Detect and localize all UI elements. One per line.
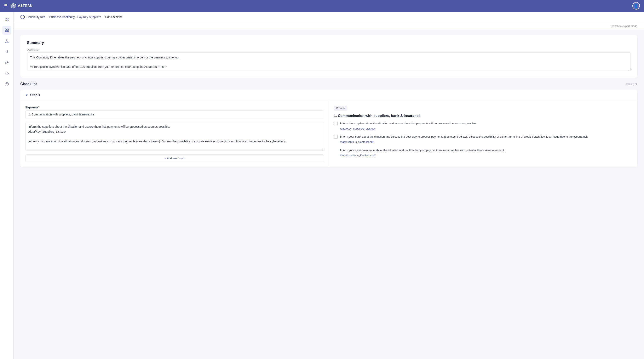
preview-badge: Preview bbox=[334, 106, 348, 110]
step-1-preview: Preview 1. Communication with suppliers,… bbox=[329, 101, 638, 167]
step-1-container: ▼ Step 1 Step name* Inform the suppliers… bbox=[20, 90, 637, 167]
breadcrumb-pay-key-suppliers[interactable]: Business Continuity - Pay Key Suppliers bbox=[49, 15, 101, 19]
svg-rect-8 bbox=[7, 29, 8, 30]
logo-icon bbox=[10, 3, 16, 9]
step-content-textarea[interactable]: Inform the suppliers about the situation… bbox=[25, 122, 324, 151]
svg-rect-5 bbox=[5, 20, 6, 21]
page-content: Summary Description This Continuity Kit … bbox=[14, 30, 644, 172]
preview-item-2-content: Inform your bank about the situation and… bbox=[340, 134, 632, 144]
step-1-body: Step name* Inform the suppliers about th… bbox=[20, 101, 637, 167]
summary-section: Summary Description This Continuity Kit … bbox=[20, 35, 637, 78]
breadcrumb-sep-1: › bbox=[46, 15, 48, 18]
breadcrumb: Continuity Kits › Business Continuity - … bbox=[14, 12, 644, 22]
svg-rect-11 bbox=[5, 32, 6, 32]
avatar-icon: 👤 bbox=[634, 4, 638, 8]
sidebar-item-plugin[interactable] bbox=[2, 58, 12, 67]
preview-item-1: Inform the suppliers about the situation… bbox=[334, 121, 632, 131]
step-name-input[interactable] bbox=[25, 110, 324, 118]
step-name-label: Step name* bbox=[25, 106, 324, 109]
sidebar-item-kits[interactable] bbox=[2, 26, 12, 35]
sidebar-item-settings[interactable] bbox=[2, 15, 12, 24]
sidebar-item-code[interactable] bbox=[2, 69, 12, 78]
sidebar-item-fingerprint[interactable] bbox=[2, 47, 12, 56]
svg-rect-10 bbox=[7, 31, 8, 31]
step-1-chevron: ▼ bbox=[25, 94, 28, 97]
preview-item-3-link[interactable]: /data/Insurance_Contacts.pdf bbox=[340, 153, 632, 158]
step-1-label: Step 1 bbox=[30, 93, 40, 97]
preview-item-3-text: Inform your cyber insurance about the si… bbox=[340, 148, 505, 152]
svg-rect-12 bbox=[7, 32, 8, 32]
breadcrumb-sep-2: › bbox=[103, 15, 104, 18]
breadcrumb-continuity-kits[interactable]: Continuity Kits bbox=[26, 15, 45, 19]
sidebar-item-network[interactable] bbox=[2, 36, 12, 46]
main-content: Continuity Kits › Business Continuity - … bbox=[14, 12, 644, 359]
preview-item-3: Inform your cyber insurance about the si… bbox=[334, 148, 632, 158]
svg-rect-7 bbox=[5, 29, 6, 30]
preview-checkbox-1[interactable] bbox=[334, 122, 338, 126]
reduce-all-button[interactable]: reduce all bbox=[626, 82, 637, 86]
user-avatar[interactable]: 👤 bbox=[632, 2, 640, 10]
preview-checkbox-2[interactable] bbox=[334, 135, 338, 139]
svg-rect-3 bbox=[5, 18, 6, 19]
svg-rect-6 bbox=[7, 20, 8, 21]
add-user-input-button[interactable]: + Add user input bbox=[25, 154, 324, 162]
hamburger-menu[interactable]: ☰ bbox=[4, 4, 8, 8]
svg-rect-4 bbox=[7, 18, 8, 19]
sidebar-item-help[interactable] bbox=[2, 80, 12, 89]
description-textarea[interactable]: This Continuity Kit enables the payment … bbox=[27, 52, 631, 71]
breadcrumb-kit-icon bbox=[20, 15, 25, 19]
description-label: Description bbox=[27, 48, 631, 51]
expert-mode-link[interactable]: Switch to expert mode bbox=[611, 24, 637, 28]
topbar: ☰ ASTRAN 👤 bbox=[0, 0, 644, 12]
svg-marker-22 bbox=[21, 15, 24, 19]
preview-item-3-content: Inform your cyber insurance about the si… bbox=[340, 148, 632, 158]
preview-item-2: Inform your bank about the situation and… bbox=[334, 134, 632, 144]
expert-mode-bar: Switch to expert mode bbox=[14, 22, 644, 30]
preview-item-1-content: Inform the suppliers about the situation… bbox=[340, 121, 632, 131]
preview-item-1-link[interactable]: /data/Key_Suppliers_List.xlsx bbox=[340, 127, 632, 131]
svg-point-19 bbox=[6, 62, 8, 64]
app-logo: ASTRAN bbox=[10, 3, 32, 9]
svg-rect-9 bbox=[5, 31, 6, 31]
step-1-edit: Step name* Inform the suppliers about th… bbox=[20, 101, 329, 167]
svg-point-13 bbox=[6, 40, 7, 40]
checklist-title: Checklist bbox=[20, 82, 37, 86]
preview-item-2-link[interactable]: /data/Bankers_Contacts.pdf bbox=[340, 140, 632, 144]
preview-step-title: 1. Communication with suppliers, bank & … bbox=[334, 114, 632, 118]
sidebar bbox=[0, 12, 14, 359]
svg-line-17 bbox=[7, 40, 8, 42]
topbar-left: ☰ ASTRAN bbox=[4, 3, 32, 9]
svg-line-16 bbox=[6, 40, 7, 42]
svg-point-2 bbox=[13, 5, 14, 6]
preview-item-2-text: Inform your bank about the situation and… bbox=[340, 135, 588, 138]
summary-title: Summary bbox=[27, 41, 631, 45]
breadcrumb-edit-checklist: Edit checklist bbox=[105, 15, 122, 19]
step-1-header[interactable]: ▼ Step 1 bbox=[20, 90, 637, 101]
checklist-section: Checklist reduce all ▼ Step 1 Step name*… bbox=[20, 82, 637, 167]
app-name: ASTRAN bbox=[18, 4, 32, 8]
preview-item-1-text: Inform the suppliers about the situation… bbox=[340, 122, 477, 125]
checklist-header: Checklist reduce all bbox=[20, 82, 637, 86]
